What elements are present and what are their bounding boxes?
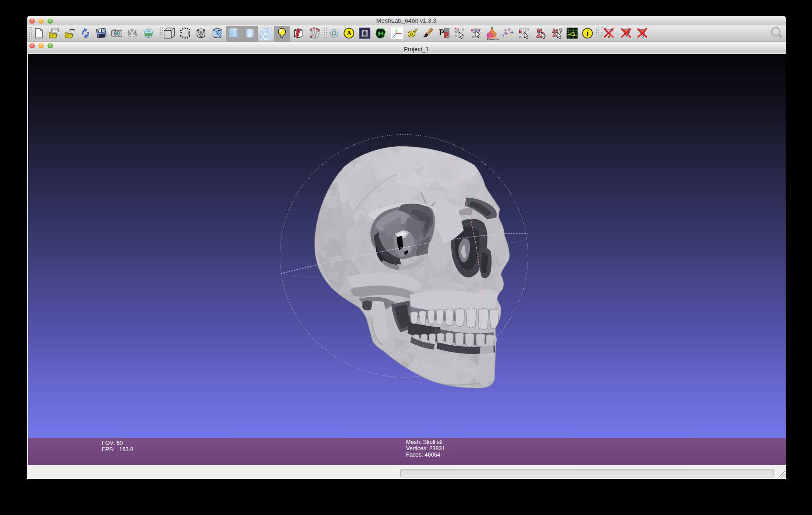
svg-text:i: i [587,29,589,38]
svg-text:Reference: Reference [487,38,499,40]
svg-text:P: P [444,30,449,39]
svg-text:A: A [347,29,352,37]
